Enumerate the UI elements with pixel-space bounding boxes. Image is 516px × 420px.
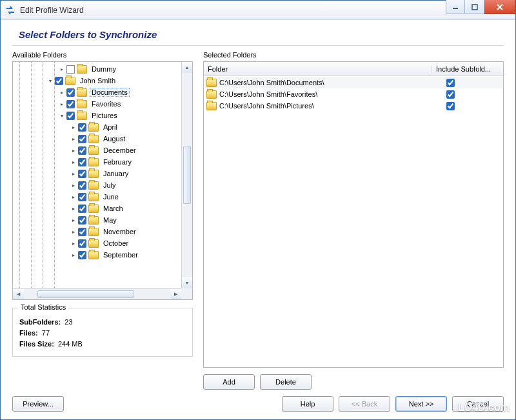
checkbox[interactable] [78, 146, 86, 155]
checkbox[interactable] [78, 123, 86, 132]
selected-table[interactable]: Folder Include Subfold... C:\Users\John … [203, 61, 504, 368]
tree-item[interactable]: ▸Documents [15, 86, 193, 98]
folder-icon [206, 79, 217, 87]
folder-icon [88, 123, 99, 132]
delete-button[interactable]: Delete [260, 374, 312, 390]
chevron-right-icon[interactable]: ▸ [70, 182, 77, 189]
preview-button[interactable]: Preview... [12, 396, 64, 412]
folder-icon [88, 170, 99, 178]
chevron-right-icon[interactable]: ▸ [70, 194, 77, 201]
tree-item-label: May [101, 215, 119, 225]
folder-path: C:\Users\John Smith\Pictures\ [219, 102, 314, 110]
include-checkbox[interactable] [446, 79, 455, 87]
chevron-down-icon[interactable]: ▾ [58, 112, 65, 119]
col-include[interactable]: Include Subfold... [432, 65, 503, 73]
tree-item[interactable]: ▸April [15, 121, 193, 133]
tree-item[interactable]: ▸May [15, 214, 193, 226]
cancel-button[interactable]: Cancel [452, 396, 504, 412]
checkbox[interactable] [78, 228, 86, 236]
table-row[interactable]: C:\Users\John Smith\Favorites\ [204, 88, 503, 100]
horizontal-scrollbar[interactable]: ◀ ▶ [13, 288, 181, 299]
chevron-right-icon[interactable]: ▸ [70, 147, 77, 154]
help-button[interactable]: Help [282, 396, 333, 412]
minimize-button[interactable] [446, 0, 465, 14]
available-label: Available Folders [12, 51, 193, 59]
vertical-scrollbar[interactable]: ▲ ▼ [181, 62, 192, 288]
chevron-right-icon[interactable]: ▸ [70, 124, 77, 131]
folder-icon [88, 181, 99, 190]
checkbox[interactable] [66, 88, 75, 97]
scroll-up-button[interactable]: ▲ [182, 62, 192, 73]
checkbox[interactable] [78, 193, 86, 201]
tree-item-label: October [101, 239, 130, 248]
scroll-thumb[interactable] [183, 146, 191, 204]
tree-item[interactable]: ▾John Smith [15, 75, 193, 86]
checkbox[interactable] [66, 100, 75, 108]
checkbox[interactable] [66, 112, 75, 120]
window-title: Edit Profile Wizard [20, 6, 446, 15]
checkbox[interactable] [78, 158, 86, 166]
scroll-right-button[interactable]: ▶ [170, 289, 181, 299]
tree-item[interactable]: ▸Dummy [15, 63, 193, 75]
checkbox[interactable] [78, 205, 86, 213]
scroll-left-button[interactable]: ◀ [13, 289, 24, 299]
tree-item[interactable]: ▸July [15, 179, 193, 191]
folder-icon [65, 77, 75, 85]
chevron-right-icon[interactable]: ▸ [58, 66, 65, 73]
scroll-down-button[interactable]: ▼ [182, 277, 192, 288]
svg-rect-1 [472, 5, 477, 10]
tree-item-label: August [101, 134, 127, 143]
tree-item-label: April [101, 123, 119, 132]
checkbox[interactable] [78, 251, 86, 259]
checkbox[interactable] [55, 77, 63, 85]
tree-item[interactable]: ▸September [15, 249, 193, 261]
tree-item[interactable]: ▸December [15, 145, 193, 156]
checkbox[interactable] [78, 170, 86, 178]
tree-item-label: March [101, 204, 125, 213]
tree-item[interactable]: ▸November [15, 226, 193, 237]
scroll-thumb-h[interactable] [37, 290, 134, 298]
tree-item[interactable]: ▸January [15, 168, 193, 179]
folder-icon [88, 216, 99, 225]
maximize-button[interactable] [465, 0, 484, 14]
next-button[interactable]: Next >> [395, 396, 447, 412]
tree-item-label: September [101, 250, 140, 259]
checkbox[interactable] [66, 65, 75, 74]
chevron-right-icon[interactable]: ▸ [70, 170, 77, 177]
chevron-right-icon[interactable]: ▸ [70, 228, 77, 235]
tree-item-label: February [101, 157, 134, 166]
chevron-right-icon[interactable]: ▸ [70, 205, 77, 212]
available-tree[interactable]: ▸Dummy▾John Smith▸Documents▸Favorites▾Pi… [12, 61, 193, 300]
tree-item[interactable]: ▸October [15, 237, 193, 249]
chevron-right-icon[interactable]: ▸ [70, 252, 77, 259]
tree-item-label: Dummy [90, 65, 118, 74]
tree-item[interactable]: ▾Pictures [15, 110, 193, 121]
folder-icon [77, 65, 87, 74]
page-title: Select Folders to Synchronize [12, 29, 504, 45]
col-folder[interactable]: Folder [204, 65, 432, 73]
table-row[interactable]: C:\Users\John Smith\Documents\ [204, 77, 503, 88]
tree-item[interactable]: ▸March [15, 203, 193, 214]
chevron-down-icon[interactable]: ▾ [46, 77, 54, 85]
include-checkbox[interactable] [446, 90, 455, 99]
chevron-right-icon[interactable]: ▸ [70, 159, 77, 166]
checkbox[interactable] [78, 216, 86, 225]
chevron-right-icon[interactable]: ▸ [70, 217, 77, 224]
close-button[interactable] [484, 0, 515, 14]
back-button[interactable]: << Back [339, 396, 390, 412]
tree-item[interactable]: ▸June [15, 191, 193, 203]
tree-item[interactable]: ▸August [15, 133, 193, 145]
include-checkbox[interactable] [446, 102, 455, 110]
table-row[interactable]: C:\Users\John Smith\Pictures\ [204, 100, 503, 112]
chevron-right-icon[interactable]: ▸ [58, 101, 65, 108]
tree-item[interactable]: ▸Favorites [15, 98, 193, 110]
checkbox[interactable] [78, 135, 86, 143]
chevron-right-icon[interactable]: ▸ [70, 135, 77, 143]
chevron-right-icon[interactable]: ▸ [70, 240, 77, 247]
add-button[interactable]: Add [203, 374, 255, 390]
divider [12, 45, 504, 46]
checkbox[interactable] [78, 181, 86, 190]
checkbox[interactable] [78, 239, 86, 248]
chevron-right-icon[interactable]: ▸ [58, 89, 65, 96]
tree-item[interactable]: ▸February [15, 156, 193, 168]
